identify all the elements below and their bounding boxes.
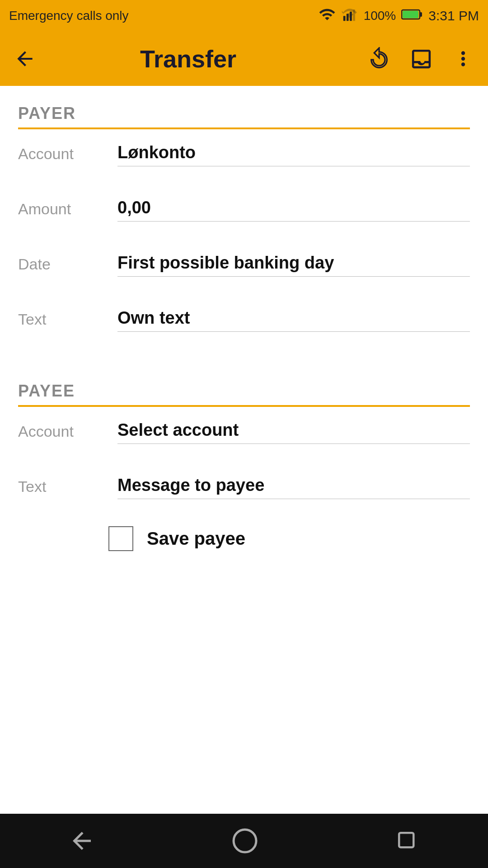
payee-title: PAYEE bbox=[18, 382, 470, 401]
payee-account-value: Select account bbox=[117, 420, 239, 439]
payer-title: PAYER bbox=[18, 104, 470, 123]
nav-back-button[interactable] bbox=[68, 827, 95, 854]
transfer-form: PAYER Account Lønkonto Amount 0,00 Date … bbox=[0, 86, 488, 814]
svg-rect-0 bbox=[343, 16, 345, 21]
payer-section-header: PAYER bbox=[0, 86, 488, 129]
payer-amount-input[interactable]: 0,00 bbox=[117, 198, 470, 222]
payer-amount-label: Amount bbox=[18, 200, 108, 222]
app-bar: Transfer bbox=[0, 32, 488, 86]
app-bar-actions bbox=[367, 47, 474, 71]
save-payee-checkbox[interactable] bbox=[108, 526, 133, 551]
svg-rect-3 bbox=[353, 9, 355, 20]
inbox-button[interactable] bbox=[409, 47, 434, 71]
wifi-icon bbox=[319, 6, 336, 26]
app-bar-title: Transfer bbox=[23, 45, 354, 73]
payee-account-label: Account bbox=[18, 423, 108, 444]
nav-recent-button[interactable] bbox=[395, 829, 420, 854]
payee-text-input[interactable]: Message to payee bbox=[117, 476, 470, 499]
payee-section-header: PAYEE bbox=[0, 363, 488, 407]
svg-rect-2 bbox=[350, 11, 352, 21]
payee-text-label: Text bbox=[18, 478, 108, 499]
save-payee-row[interactable]: Save payee bbox=[0, 504, 488, 565]
payee-account-input[interactable]: Select account bbox=[117, 420, 470, 444]
svg-point-7 bbox=[234, 830, 256, 852]
payee-text-field[interactable]: Text Message to payee bbox=[0, 462, 488, 504]
save-payee-label: Save payee bbox=[147, 528, 245, 549]
payer-date-value: First possible banking day bbox=[117, 253, 334, 272]
payer-account-label: Account bbox=[18, 145, 108, 166]
status-emergency-text: Emergency calls only bbox=[9, 9, 129, 23]
nav-bar bbox=[0, 814, 488, 868]
svg-rect-1 bbox=[347, 14, 349, 21]
battery-icon bbox=[401, 8, 423, 24]
svg-rect-6 bbox=[403, 11, 418, 18]
payee-account-field[interactable]: Account Select account bbox=[0, 407, 488, 448]
status-right-icons: 100% 3:31 PM bbox=[319, 6, 479, 26]
payer-date-label: Date bbox=[18, 255, 108, 277]
status-bar: Emergency calls only 100% bbox=[0, 0, 488, 32]
battery-text: 100% bbox=[364, 9, 396, 23]
svg-rect-5 bbox=[420, 12, 422, 17]
more-options-button[interactable] bbox=[452, 47, 474, 70]
time-text: 3:31 PM bbox=[428, 8, 479, 24]
payer-text-input[interactable]: Own text bbox=[117, 308, 470, 332]
payee-text-value: Message to payee bbox=[117, 476, 264, 495]
signal-icon bbox=[341, 6, 358, 26]
payer-account-value: Lønkonto bbox=[117, 143, 196, 162]
svg-rect-8 bbox=[399, 833, 413, 847]
payer-date-input[interactable]: First possible banking day bbox=[117, 253, 470, 277]
payer-amount-field[interactable]: Amount 0,00 bbox=[0, 184, 488, 226]
payer-account-input[interactable]: Lønkonto bbox=[117, 143, 470, 166]
payer-date-field[interactable]: Date First possible banking day bbox=[0, 240, 488, 281]
payer-text-field[interactable]: Text Own text bbox=[0, 295, 488, 336]
payer-amount-value: 0,00 bbox=[117, 198, 151, 217]
payer-text-value: Own text bbox=[117, 308, 190, 327]
nav-home-button[interactable] bbox=[231, 827, 258, 854]
payer-account-field[interactable]: Account Lønkonto bbox=[0, 129, 488, 171]
payer-text-label: Text bbox=[18, 311, 108, 332]
undo-button[interactable] bbox=[367, 47, 391, 71]
